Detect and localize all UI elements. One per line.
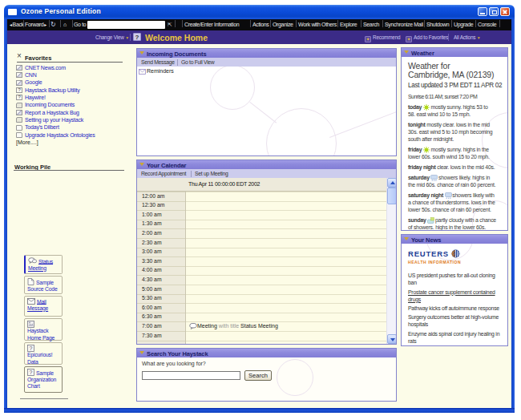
svg-text:?: ?	[30, 370, 33, 375]
svg-text:?: ?	[30, 345, 33, 351]
